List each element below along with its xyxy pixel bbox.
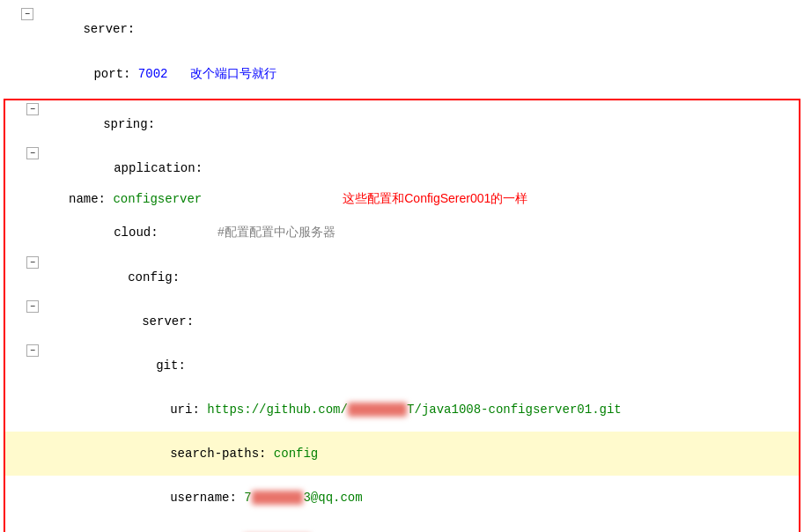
- red-box-section: − spring: − application: name: configser…: [4, 99, 800, 532]
- key-name: name:: [69, 192, 113, 206]
- comment-port: 改个端口号就行: [167, 67, 276, 81]
- line-1: − server:: [0, 7, 804, 51]
- key-uri: uri:: [170, 403, 207, 417]
- line-3: − spring:: [5, 102, 799, 146]
- line-2: port: 7002 改个端口号就行: [0, 51, 804, 97]
- content-2: port: 7002 改个端口号就行: [35, 52, 804, 96]
- val-username-suffix: 3@qq.com: [303, 491, 362, 505]
- line-9: − git:: [5, 344, 799, 388]
- val-port: 7002: [138, 67, 168, 81]
- content-5: name: configserver 这些配置和ConfigSerer001的一…: [41, 191, 799, 207]
- content-4: application:: [41, 147, 799, 189]
- key-application: application:: [114, 161, 203, 175]
- line-11: search-paths: config: [5, 432, 799, 476]
- note-configserver001: 这些配置和ConfigSerer001的一样: [343, 191, 527, 207]
- fold-9[interactable]: −: [26, 344, 39, 357]
- fold-4[interactable]: −: [26, 147, 39, 159]
- content-8: server:: [41, 300, 799, 343]
- key-spring: spring:: [103, 117, 155, 131]
- line-4: − application:: [5, 146, 799, 190]
- line-13: password: XXXXXXXXX: [5, 520, 799, 532]
- val-uri-suffix: T/java1008-configserver01.git: [407, 403, 622, 417]
- val-username-blurred: XXXXXXX: [252, 491, 304, 505]
- key-server-outer: server:: [83, 22, 135, 36]
- val-name: configserver: [113, 192, 202, 206]
- content-7: config:: [41, 256, 799, 299]
- val-username-prefix: 7: [244, 491, 251, 505]
- content-12: username: 7XXXXXXX3@qq.com: [41, 477, 799, 519]
- content-13: password: XXXXXXXXX: [41, 521, 799, 532]
- line-6: cloud: #配置配置中心服务器: [5, 210, 799, 255]
- fold-1[interactable]: −: [21, 8, 33, 20]
- key-config: config:: [128, 270, 180, 284]
- line-7: − config:: [5, 255, 799, 299]
- val-uri-blurred: XXXXXXXX: [348, 403, 407, 417]
- content-11: search-paths: config: [41, 432, 799, 475]
- key-username: username:: [170, 491, 244, 505]
- content-1: server:: [35, 8, 804, 50]
- val-uri-prefix: https://github.com/: [207, 403, 348, 417]
- line-8: − server:: [5, 299, 799, 344]
- key-server-inner: server:: [142, 314, 194, 329]
- key-port: port:: [93, 67, 137, 81]
- fold-7[interactable]: −: [26, 256, 39, 269]
- comment-cloud: #配置配置中心服务器: [159, 225, 336, 240]
- content-10: uri: https://github.com/XXXXXXXXT/java10…: [41, 388, 799, 431]
- editor: − server: port: 7002 改个端口号就行 − spring: −…: [0, 0, 804, 532]
- fold-3[interactable]: −: [26, 103, 39, 115]
- fold-8[interactable]: −: [26, 300, 39, 313]
- key-cloud: cloud:: [114, 225, 158, 240]
- content-6: cloud: #配置配置中心服务器: [41, 211, 799, 255]
- key-search-paths: search-paths:: [170, 447, 274, 461]
- key-git: git:: [156, 358, 186, 373]
- content-9: git:: [41, 344, 799, 387]
- content-3: spring:: [41, 103, 799, 145]
- line-5: name: configserver 这些配置和ConfigSerer001的一…: [5, 190, 799, 210]
- line-12: username: 7XXXXXXX3@qq.com: [5, 476, 799, 520]
- line-10: uri: https://github.com/XXXXXXXXT/java10…: [5, 388, 799, 432]
- val-search-paths: config: [274, 447, 318, 461]
